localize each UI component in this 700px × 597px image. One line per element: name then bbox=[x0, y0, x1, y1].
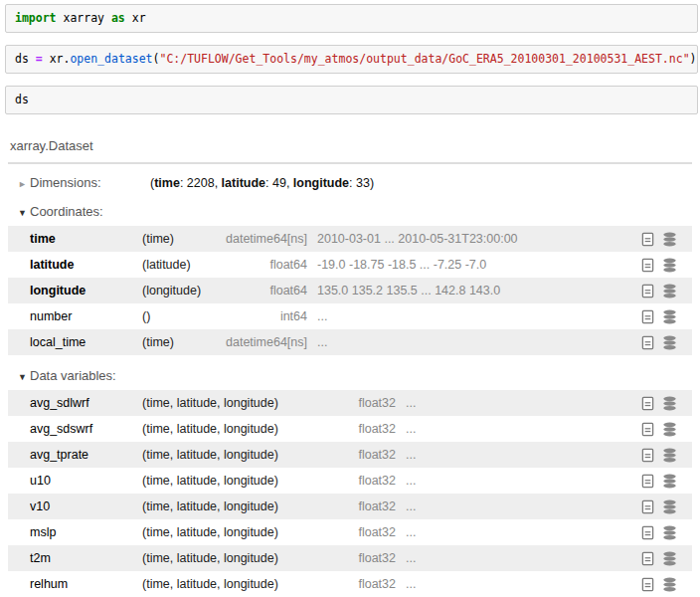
variable-dtype: datetime64[ns] bbox=[222, 335, 307, 349]
dataset-type-label: xarray.Dataset bbox=[8, 136, 692, 162]
attributes-doc-icon[interactable] bbox=[636, 551, 658, 566]
variable-name: mslp bbox=[30, 525, 142, 539]
divider bbox=[8, 162, 692, 164]
variable-dims: (time, latitude, longitude) bbox=[142, 474, 301, 488]
code-token: ds bbox=[15, 93, 29, 106]
code-token: = bbox=[36, 52, 43, 66]
code-token: xr. bbox=[43, 52, 71, 66]
variable-row: u10 (time, latitude, longitude) float32 … bbox=[8, 468, 692, 494]
database-icon[interactable] bbox=[658, 422, 680, 437]
attributes-doc-icon[interactable] bbox=[636, 284, 658, 298]
attributes-doc-icon[interactable] bbox=[636, 309, 658, 324]
variable-dims: (time, latitude, longitude) bbox=[142, 525, 301, 539]
database-icon[interactable] bbox=[658, 309, 680, 324]
attributes-doc-icon[interactable] bbox=[636, 577, 658, 592]
variable-dims: (time) bbox=[142, 335, 222, 349]
variable-preview: ... bbox=[396, 551, 636, 565]
attributes-doc-icon[interactable] bbox=[636, 232, 658, 247]
variable-name: avg_sdlwrf bbox=[30, 396, 142, 410]
code-cell[interactable]: ds = xr.open_dataset("C:/TUFLOW/Get_Tool… bbox=[5, 45, 698, 74]
coordinates-toggle[interactable]: ▼Coordinates: bbox=[18, 204, 150, 219]
code-token: xarray bbox=[57, 11, 111, 25]
variable-preview: ... bbox=[396, 499, 636, 513]
variable-name: latitude bbox=[30, 258, 142, 272]
dimensions-label: Dimensions: bbox=[30, 175, 101, 190]
database-icon[interactable] bbox=[658, 284, 680, 298]
coordinates-list: time (time) datetime64[ns] 2010-03-01 ..… bbox=[8, 226, 692, 355]
variable-name: v10 bbox=[30, 499, 142, 513]
attributes-doc-icon[interactable] bbox=[636, 448, 658, 463]
variable-dtype: float64 bbox=[222, 284, 307, 298]
variable-preview: ... bbox=[396, 474, 636, 488]
variable-dtype: float32 bbox=[301, 422, 396, 436]
variable-name: avg_tprate bbox=[30, 448, 142, 462]
code-token: as bbox=[111, 11, 125, 25]
attributes-doc-icon[interactable] bbox=[636, 258, 658, 273]
attributes-doc-icon[interactable] bbox=[636, 335, 658, 350]
attributes-doc-icon[interactable] bbox=[636, 422, 658, 437]
variable-preview: ... bbox=[396, 396, 636, 410]
dimension-name: latitude bbox=[222, 176, 265, 190]
variable-name: relhum bbox=[30, 577, 142, 591]
attributes-doc-icon[interactable] bbox=[636, 396, 658, 411]
database-icon[interactable] bbox=[658, 396, 680, 411]
variable-dims: (time, latitude, longitude) bbox=[142, 422, 301, 436]
code-cell[interactable]: import xarray as xr bbox=[5, 4, 698, 33]
database-icon[interactable] bbox=[658, 525, 680, 540]
data-variables-toggle[interactable]: ▼Data variables: bbox=[18, 368, 150, 383]
attributes-doc-icon[interactable] bbox=[636, 525, 658, 540]
section-data-variables: ▼Data variables: bbox=[8, 361, 692, 390]
attributes-doc-icon[interactable] bbox=[636, 499, 658, 514]
variable-preview: ... bbox=[396, 525, 636, 539]
variable-preview: 135.0 135.2 135.5 ... 142.8 143.0 bbox=[307, 284, 636, 298]
caret-down-icon: ▼ bbox=[18, 372, 30, 382]
database-icon[interactable] bbox=[658, 551, 680, 566]
variable-dtype: float32 bbox=[301, 396, 396, 410]
attributes-doc-icon[interactable] bbox=[636, 474, 658, 489]
dimensions-summary: (time: 2208, latitude: 49, longitude: 33… bbox=[150, 176, 692, 190]
code-token: ds bbox=[15, 52, 36, 66]
code-token: open_dataset bbox=[70, 52, 152, 66]
variable-name: u10 bbox=[30, 474, 142, 488]
database-icon[interactable] bbox=[658, 448, 680, 463]
database-icon[interactable] bbox=[658, 499, 680, 514]
variable-preview: ... bbox=[307, 309, 636, 323]
variable-row: mslp (time, latitude, longitude) float32… bbox=[8, 519, 692, 545]
variable-dims: () bbox=[142, 309, 222, 323]
variable-row: longitude (longitude) float64 135.0 135.… bbox=[8, 278, 692, 303]
database-icon[interactable] bbox=[658, 335, 680, 350]
variable-name: avg_sdswrf bbox=[30, 422, 142, 436]
variable-row: latitude (latitude) float64 -19.0 -18.75… bbox=[8, 252, 692, 278]
variable-row: v10 (time, latitude, longitude) float32 … bbox=[8, 494, 692, 519]
database-icon[interactable] bbox=[658, 474, 680, 489]
variable-dtype: float32 bbox=[301, 499, 396, 513]
data-variables-label: Data variables: bbox=[30, 368, 116, 383]
dimensions-toggle[interactable]: ►Dimensions: bbox=[18, 175, 150, 190]
code-token: xr bbox=[125, 11, 146, 25]
variable-dims: (time, latitude, longitude) bbox=[142, 448, 301, 462]
code-cell[interactable]: ds bbox=[5, 86, 698, 114]
database-icon[interactable] bbox=[658, 577, 680, 592]
variable-name: time bbox=[30, 232, 142, 246]
variable-dims: (longitude) bbox=[142, 284, 222, 298]
variable-dims: (latitude) bbox=[142, 258, 222, 272]
variable-row: relhum (time, latitude, longitude) float… bbox=[8, 571, 692, 597]
variable-preview: 2010-03-01 ... 2010-05-31T23:00:00 bbox=[307, 232, 636, 246]
database-icon[interactable] bbox=[658, 258, 680, 273]
variable-name: local_time bbox=[30, 335, 142, 349]
variable-row: avg_sdswrf (time, latitude, longitude) f… bbox=[8, 416, 692, 442]
coordinates-label: Coordinates: bbox=[30, 204, 103, 219]
section-coordinates: ▼Coordinates: bbox=[8, 197, 692, 226]
caret-right-icon: ► bbox=[18, 179, 30, 189]
variable-row: avg_sdlwrf (time, latitude, longitude) f… bbox=[8, 390, 692, 416]
variable-name: t2m bbox=[30, 551, 142, 565]
data-variables-list: avg_sdlwrf (time, latitude, longitude) f… bbox=[8, 390, 692, 597]
database-icon[interactable] bbox=[658, 232, 680, 247]
variable-preview: ... bbox=[396, 577, 636, 591]
variable-row: local_time (time) datetime64[ns] ... bbox=[8, 329, 692, 355]
code-token: ) bbox=[690, 52, 697, 66]
variable-dtype: float32 bbox=[301, 577, 396, 591]
code-token: import bbox=[15, 11, 57, 25]
variable-row: time (time) datetime64[ns] 2010-03-01 ..… bbox=[8, 226, 692, 252]
notebook: import xarray as xrds = xr.open_dataset(… bbox=[0, 0, 700, 597]
